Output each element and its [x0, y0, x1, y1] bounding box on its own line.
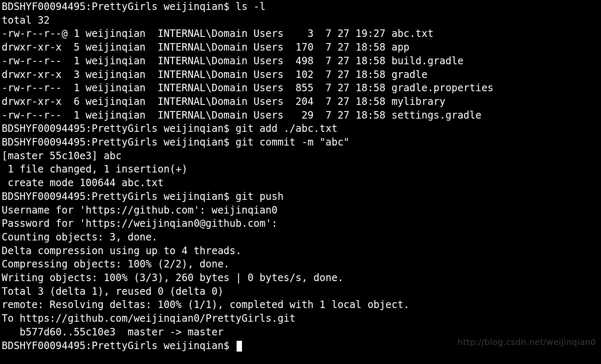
terminal-line: BDSHYF00094495:PrettyGirls weijinqian$ g… [2, 136, 599, 149]
terminal-line: total 32 [2, 14, 599, 27]
terminal-line: Password for 'https://weijinqian0@github… [2, 217, 599, 231]
terminal-line: Delta compression using up to 4 threads. [2, 244, 599, 258]
terminal-line: Counting objects: 3, done. [2, 231, 599, 244]
cursor-icon [237, 341, 242, 352]
terminal-line: 1 file changed, 1 insertion(+) [2, 163, 599, 176]
terminal-line: -rw-r--r--@ 1 weijinqian INTERNAL\Domain… [2, 27, 599, 41]
terminal-line: remote: Resolving deltas: 100% (1/1), co… [2, 298, 599, 312]
terminal-line: Username for 'https://github.com': weiji… [2, 204, 599, 217]
terminal-line: Writing objects: 100% (3/3), 260 bytes |… [2, 271, 599, 285]
terminal-line: -rw-r--r-- 1 weijinqian INTERNAL\Domain … [2, 109, 599, 122]
watermark-text: http://blog.csdn.net/weijinqian0 [458, 335, 596, 349]
terminal-window[interactable]: BDSHYF00094495:PrettyGirls weijinqian$ l… [0, 0, 601, 352]
terminal-line: drwxr-xr-x 3 weijinqian INTERNAL\Domain … [2, 68, 599, 82]
terminal-line: create mode 100644 abc.txt [2, 176, 599, 190]
terminal-line: BDSHYF00094495:PrettyGirls weijinqian$ g… [2, 190, 599, 204]
terminal-line: BDSHYF00094495:PrettyGirls weijinqian$ l… [2, 0, 599, 14]
terminal-line: -rw-r--r-- 1 weijinqian INTERNAL\Domain … [2, 81, 599, 95]
terminal-line: -rw-r--r-- 1 weijinqian INTERNAL\Domain … [2, 54, 599, 68]
terminal-line: BDSHYF00094495:PrettyGirls weijinqian$ g… [2, 122, 599, 136]
terminal-line: Total 3 (delta 1), reused 0 (delta 0) [2, 285, 599, 298]
terminal-line: To https://github.com/weijinqian0/Pretty… [2, 312, 599, 325]
terminal-line: Compressing objects: 100% (2/2), done. [2, 257, 599, 271]
terminal-line: [master 55c10e3] abc [2, 149, 599, 163]
terminal-prompt: BDSHYF00094495:PrettyGirls weijinqian$ [2, 340, 236, 352]
terminal-line: drwxr-xr-x 5 weijinqian INTERNAL\Domain … [2, 41, 599, 54]
terminal-line: drwxr-xr-x 6 weijinqian INTERNAL\Domain … [2, 95, 599, 109]
